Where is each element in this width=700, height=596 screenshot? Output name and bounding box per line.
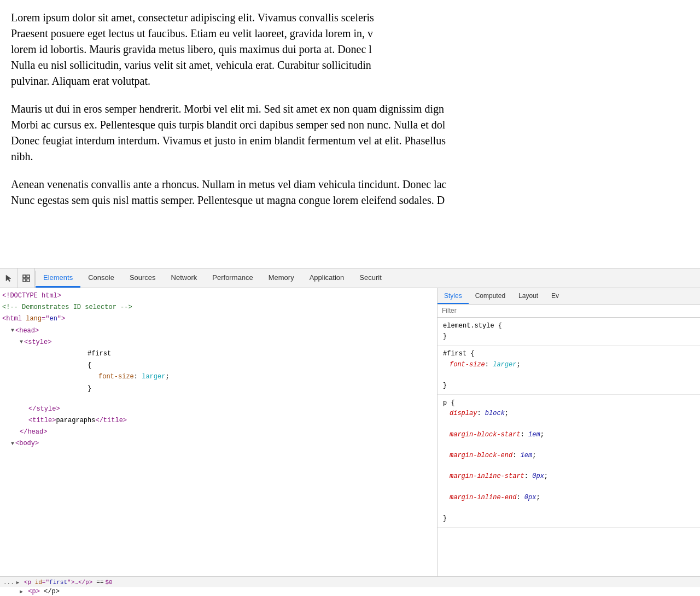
- bottom-prefix: ...: [3, 579, 14, 586]
- code-blank: [0, 395, 437, 404]
- tab-console[interactable]: Console: [80, 268, 122, 288]
- devtools-main: <!DOCTYPE html> <!-- <!-- Demonstrates I…: [0, 288, 700, 576]
- code-comment[interactable]: <!-- <!-- Demonstrates ID selector -->De…: [0, 302, 437, 313]
- styles-filter-input[interactable]: [442, 307, 696, 314]
- svg-rect-3: [27, 279, 30, 282]
- tab-security[interactable]: Securit: [352, 268, 389, 288]
- code-css-selector[interactable]: #first: [0, 348, 437, 360]
- tab-sources[interactable]: Sources: [122, 268, 164, 288]
- styles-tabs: Styles Computed Layout Ev: [438, 288, 700, 305]
- paragraph-1: Lorem ipsum dolor sit amet, consectetur …: [11, 10, 689, 89]
- styles-panel: Styles Computed Layout Ev element.style …: [438, 288, 700, 576]
- code-css-brace-close[interactable]: }: [0, 383, 437, 395]
- code-html-tag[interactable]: <html lang="en">: [0, 313, 437, 325]
- tab-application[interactable]: Application: [302, 268, 352, 288]
- code-head-close[interactable]: </head>: [0, 426, 437, 438]
- code-body[interactable]: ▼<body>: [0, 438, 437, 449]
- styles-tab-layout[interactable]: Layout: [512, 288, 545, 304]
- code-css-rule[interactable]: font-size: larger;: [0, 371, 437, 383]
- cursor-icon-btn[interactable]: [0, 268, 18, 288]
- styles-tab-event[interactable]: Ev: [545, 288, 565, 304]
- style-rule-p: p { display: block; margin-block-start: …: [438, 395, 700, 528]
- main-content: Lorem ipsum dolor sit amet, consectetur …: [0, 0, 700, 268]
- devtools-toolbar: Elements Console Sources Network Perform…: [0, 268, 700, 288]
- style-rule-element: element.style { }: [438, 318, 700, 346]
- tab-memory[interactable]: Memory: [261, 268, 302, 288]
- tab-elements[interactable]: Elements: [36, 268, 80, 288]
- code-style-close[interactable]: </style>: [0, 404, 437, 415]
- dollar-zero-badge: $0: [106, 579, 113, 586]
- styles-tab-computed[interactable]: Computed: [469, 288, 512, 304]
- code-css-brace-open[interactable]: {: [0, 360, 437, 371]
- tab-network[interactable]: Network: [164, 268, 205, 288]
- code-doctype[interactable]: <!DOCTYPE html>: [0, 290, 437, 302]
- devtools-panel: Elements Console Sources Network Perform…: [0, 268, 700, 596]
- bottom-bar: ... ▶ <p id="first">…</p> == $0: [0, 576, 700, 587]
- code-style[interactable]: ▼<style>: [0, 337, 437, 348]
- svg-rect-2: [23, 279, 26, 282]
- svg-rect-0: [23, 275, 26, 278]
- svg-rect-1: [27, 275, 30, 278]
- code-title[interactable]: <title>paragraphs</title>: [0, 415, 437, 426]
- styles-tab-styles[interactable]: Styles: [438, 288, 469, 304]
- paragraph-2: Mauris ut dui in eros semper hendrerit. …: [11, 101, 689, 165]
- code-head[interactable]: ▼<head>: [0, 325, 437, 337]
- tab-performance[interactable]: Performance: [205, 268, 260, 288]
- paragraph-3: Aenean venenatis convallis ante a rhoncu…: [11, 177, 689, 208]
- box-icon-btn[interactable]: [18, 268, 35, 288]
- elements-panel[interactable]: <!DOCTYPE html> <!-- <!-- Demonstrates I…: [0, 288, 438, 576]
- style-rule-first: #first { font-size: larger; }: [438, 346, 700, 395]
- next-line[interactable]: ▶ <p> </p>: [0, 587, 700, 596]
- styles-filter-bar: [438, 305, 700, 318]
